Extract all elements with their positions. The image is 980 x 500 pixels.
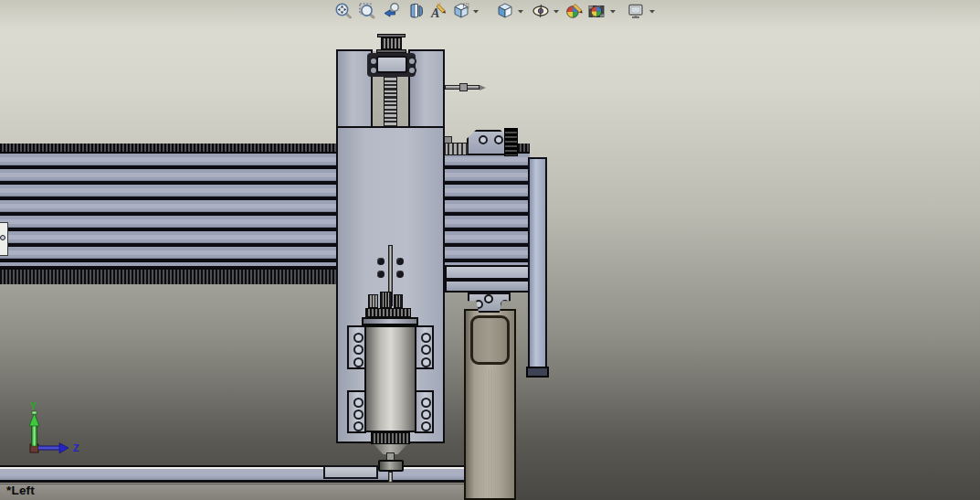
y-axis-shaft — [32, 425, 37, 446]
bearing-mount-inner — [376, 56, 407, 73]
y-axis-arrowhead — [29, 413, 39, 426]
apply-scene-button[interactable] — [587, 2, 606, 20]
y-carriage-plate-lower — [445, 280, 532, 293]
edit-appearance-button[interactable] — [565, 2, 584, 20]
support-column — [464, 309, 516, 500]
spindle-connector-mid — [380, 292, 392, 308]
y-axis-label: Y — [30, 400, 37, 411]
z-axis-shaft — [38, 446, 59, 451]
collet-nut — [378, 460, 404, 472]
apply-scene-dropdown-caret[interactable] — [608, 2, 617, 20]
ballscrew-bearing-mount — [367, 53, 416, 77]
section-view-button[interactable] — [407, 2, 426, 20]
tool-bit — [388, 472, 393, 483]
limit-rod-tip — [479, 85, 486, 90]
bed-riser-block — [323, 465, 378, 479]
x-axis-beam — [0, 144, 337, 279]
cad-viewport[interactable]: Y Z *Left A — [0, 0, 980, 500]
machine-base — [0, 483, 465, 500]
beam-bottom-rib — [0, 266, 337, 284]
zoom-to-area-button[interactable] — [358, 2, 376, 20]
previous-view-button[interactable] — [383, 2, 401, 20]
motor-pulley — [381, 37, 402, 49]
view-settings-button[interactable] — [627, 2, 645, 20]
z-ballscrew — [384, 76, 397, 128]
display-style-dropdown-caret[interactable] — [516, 2, 525, 20]
zoom-to-fit-button[interactable] — [334, 2, 353, 20]
column-seam — [489, 369, 491, 498]
spindle-rib-ring — [365, 308, 411, 317]
beam-top-bracket — [467, 130, 510, 155]
bracket-screw — [484, 294, 493, 303]
column-top-cap — [470, 315, 510, 365]
spindle-clamp-lower-right — [415, 390, 434, 433]
view-orientation-dropdown-caret[interactable] — [471, 2, 480, 20]
coupler-bolt — [444, 136, 452, 144]
view-orientation-button[interactable] — [452, 2, 470, 20]
spindle-connector-right — [394, 294, 403, 308]
beam-top-rib — [0, 144, 337, 154]
side-plate-end-cap — [526, 367, 549, 378]
spindle-nose-ribs — [371, 432, 410, 444]
spindle-body — [364, 325, 416, 432]
limit-rod-collar — [459, 83, 468, 91]
heads-up-toolbar: A — [334, 1, 657, 20]
view-orientation-label: *Left — [6, 484, 35, 497]
beam-slots — [0, 154, 337, 266]
display-style-button[interactable] — [496, 2, 514, 20]
hide-show-items-button[interactable] — [532, 2, 550, 20]
spindle-clamp-lower-left — [347, 390, 366, 433]
annotations-button[interactable]: A — [430, 2, 448, 20]
y-carriage-plate-upper — [445, 265, 532, 280]
spindle-connector-left — [368, 294, 378, 308]
spindle-top-cap — [362, 317, 418, 325]
gantry-side-plate — [528, 157, 547, 375]
spindle-clamp-upper-right — [415, 325, 434, 369]
spindle-clamp-upper-left — [347, 325, 366, 369]
z-axis-arrowhead — [59, 443, 68, 454]
hide-show-items-dropdown-caret[interactable] — [552, 2, 561, 20]
x-axis-beam-right-end — [445, 144, 530, 282]
heatsink-block — [504, 128, 518, 156]
end-plate-hole — [0, 235, 5, 240]
z-axis-label: Z — [73, 442, 79, 453]
orientation-triad: Y Z — [7, 399, 91, 468]
coupler-coil — [442, 143, 469, 155]
view-settings-dropdown-caret[interactable] — [648, 2, 657, 20]
beam-end-plate — [0, 222, 8, 256]
